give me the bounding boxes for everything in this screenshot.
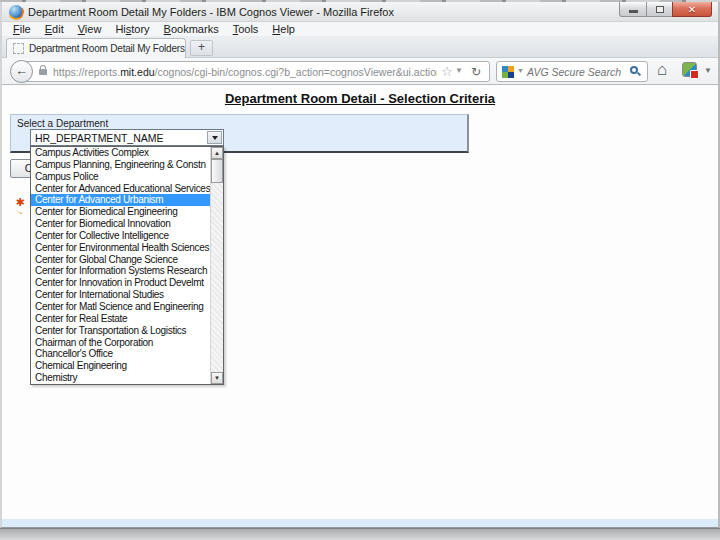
- list-item[interactable]: Center for Real Estate: [31, 313, 210, 325]
- department-select[interactable]: HR_DEPARTMENT_NAME: [30, 129, 224, 146]
- window-controls: ✕: [620, 2, 712, 17]
- search-engine-dropdown-icon[interactable]: ▼: [517, 67, 524, 74]
- firefox-icon: [9, 5, 23, 19]
- page-title: Department Room Detail - Selection Crite…: [2, 91, 718, 106]
- avg-logo-icon[interactable]: [502, 66, 514, 78]
- select-dropdown-button[interactable]: [207, 131, 222, 144]
- url-path: /cognos/cgi-bin/cognos.cgi?b_action=cogn…: [155, 66, 437, 78]
- desktop-taskbar-strip: [0, 528, 720, 540]
- close-icon: ✕: [688, 4, 696, 15]
- bookmark-star-icon[interactable]: ☆: [441, 64, 453, 79]
- list-item[interactable]: Center for Matl Science and Engineering: [31, 301, 210, 313]
- list-item[interactable]: Chemical Engineering: [31, 360, 210, 372]
- list-item[interactable]: Campus Activities Complex: [31, 147, 210, 159]
- select-department-label: Select a Department: [17, 118, 108, 129]
- list-item[interactable]: Center for Transportation & Logistics: [31, 325, 210, 337]
- window-title: Department Room Detail My Folders - IBM …: [28, 6, 394, 18]
- window-titlebar: Department Room Detail My Folders - IBM …: [2, 2, 718, 22]
- list-item[interactable]: Chancellor's Office: [31, 348, 210, 360]
- url-dropdown-icon[interactable]: ▼: [455, 66, 463, 75]
- toolbar-dropdown-icon[interactable]: ▼: [704, 66, 712, 75]
- dropdown-scrollbar[interactable]: ▲ ▼: [210, 147, 223, 384]
- chevron-down-icon: [212, 136, 218, 143]
- list-item[interactable]: Campus Planning, Engineering & Constn: [31, 159, 210, 171]
- avg-security-icon[interactable]: [682, 62, 697, 77]
- scroll-down-button[interactable]: ▼: [211, 372, 223, 384]
- minimize-button[interactable]: [619, 2, 647, 17]
- tab-bar: Department Room Detail My Folders - IB..…: [2, 36, 718, 58]
- list-item[interactable]: Center for Advanced Urbanism: [31, 194, 210, 206]
- menu-help[interactable]: Help: [265, 23, 302, 35]
- firefox-window: Department Room Detail My Folders - IBM …: [0, 2, 720, 528]
- menu-file[interactable]: File: [6, 23, 38, 35]
- scrollbar-thumb[interactable]: [211, 159, 223, 183]
- back-button[interactable]: ←: [10, 60, 33, 83]
- list-item[interactable]: Center for Biomedical Innovation: [31, 218, 210, 230]
- department-dropdown-list: Campus Activities ComplexCampus Planning…: [30, 146, 224, 385]
- page-footer-strip: [2, 519, 718, 527]
- required-field-indicator: ✱ →: [13, 198, 27, 216]
- menu-view[interactable]: View: [71, 23, 109, 35]
- list-item[interactable]: Center for Collective Intelligence: [31, 230, 210, 242]
- menu-history[interactable]: History: [108, 23, 156, 35]
- menu-bookmarks[interactable]: Bookmarks: [157, 23, 226, 35]
- new-tab-button[interactable]: +: [190, 40, 213, 56]
- url-bar[interactable]: https://reports.mit.edu/cognos/cgi-bin/c…: [22, 61, 490, 82]
- list-item[interactable]: Campus Police: [31, 171, 210, 183]
- avg-alert-badge: [690, 70, 699, 79]
- list-item[interactable]: Center for Information Systems Research: [31, 265, 210, 277]
- scroll-up-button[interactable]: ▲: [211, 147, 223, 159]
- search-box[interactable]: ▼ AVG Secure Search: [496, 61, 648, 82]
- list-item[interactable]: Center for Biomedical Engineering: [31, 206, 210, 218]
- url-text: https://reports.mit.edu/cognos/cgi-bin/c…: [53, 66, 437, 78]
- search-magnifier-icon[interactable]: [630, 66, 638, 74]
- page-content: Department Room Detail - Selection Crite…: [2, 85, 718, 527]
- department-select-value: HR_DEPARTMENT_NAME: [35, 132, 205, 144]
- reload-icon[interactable]: ↻: [471, 65, 481, 79]
- minimize-icon: [629, 10, 638, 13]
- menu-edit[interactable]: Edit: [38, 23, 71, 35]
- url-subdomain: reports.: [85, 66, 121, 78]
- search-placeholder: AVG Secure Search: [527, 66, 621, 78]
- maximize-button[interactable]: [646, 2, 673, 17]
- close-button[interactable]: ✕: [672, 2, 712, 17]
- maximize-icon: [656, 6, 664, 13]
- list-item[interactable]: Center for International Studies: [31, 289, 210, 301]
- list-item[interactable]: Center for Advanced Educational Services: [31, 183, 210, 195]
- dropdown-options: Campus Activities ComplexCampus Planning…: [31, 147, 210, 384]
- list-item[interactable]: Center for Innovation in Product Develmt: [31, 277, 210, 289]
- tab-department-room-detail[interactable]: Department Room Detail My Folders - IB..…: [6, 38, 186, 58]
- menu-tools[interactable]: Tools: [226, 23, 266, 35]
- tab-favicon-placeholder-icon: [13, 43, 24, 54]
- home-icon[interactable]: ⌂: [657, 60, 667, 80]
- navigation-toolbar: ← https://reports.mit.edu/cognos/cgi-bin…: [2, 58, 718, 85]
- lock-icon: [39, 69, 47, 75]
- list-item[interactable]: Chemistry: [31, 372, 210, 384]
- list-item[interactable]: Chairman of the Corporation: [31, 337, 210, 349]
- tab-title: Department Room Detail My Folders - IB..…: [29, 43, 185, 54]
- list-item[interactable]: Center for Environmental Health Sciences: [31, 242, 210, 254]
- url-scheme: https://: [53, 66, 85, 78]
- list-item[interactable]: Center for Global Change Science: [31, 254, 210, 266]
- menu-bar: FileEditViewHistoryBookmarksToolsHelp: [2, 22, 718, 36]
- url-domain: mit.edu: [120, 66, 154, 78]
